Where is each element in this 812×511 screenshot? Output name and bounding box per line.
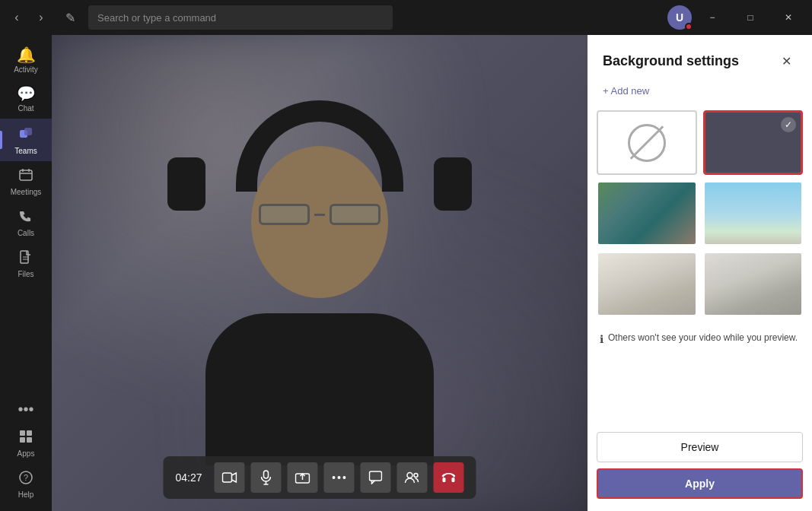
sidebar-label-help: Help: [18, 490, 34, 499]
sidebar-item-chat[interactable]: 💬 Chat: [0, 80, 52, 119]
maximize-button[interactable]: □: [733, 5, 768, 30]
help-icon: ?: [18, 470, 33, 487]
none-icon: [628, 124, 666, 162]
close-button[interactable]: ✕: [771, 5, 806, 30]
svg-rect-15: [223, 473, 232, 482]
svg-rect-16: [264, 471, 269, 478]
sidebar-label-chat: Chat: [18, 104, 33, 113]
minimize-button[interactable]: −: [695, 5, 730, 30]
call-controls: 04:27: [163, 456, 476, 499]
sidebar-label-apps: Apps: [18, 449, 35, 458]
svg-rect-11: [20, 437, 25, 443]
mic-button[interactable]: [251, 462, 282, 493]
sidebar-item-teams[interactable]: Teams: [0, 119, 52, 161]
info-icon: ℹ: [600, 332, 603, 348]
glasses: [259, 203, 381, 226]
person-figure: [160, 85, 479, 465]
svg-rect-1: [24, 128, 32, 135]
avatar[interactable]: U: [667, 5, 692, 30]
calls-icon: [18, 208, 33, 226]
sidebar-item-apps[interactable]: Apps: [0, 423, 52, 464]
files-icon: [18, 249, 33, 267]
bg-option-hallway[interactable]: [703, 252, 804, 316]
end-call-button[interactable]: [434, 462, 464, 493]
close-panel-button[interactable]: ✕: [775, 50, 797, 71]
teams-icon: [18, 125, 34, 144]
compose-button[interactable]: ✎: [58, 5, 82, 30]
add-new-label: + Add new: [603, 85, 649, 97]
nav-buttons: ‹ ›: [6, 7, 52, 28]
participants-button[interactable]: [397, 462, 428, 493]
svg-point-26: [414, 474, 418, 478]
svg-rect-28: [452, 478, 455, 482]
glass-frame-left: [259, 204, 310, 225]
svg-rect-12: [27, 437, 32, 443]
panel-footer: Preview Apply: [588, 426, 812, 511]
chat-icon: 💬: [17, 86, 36, 101]
titlebar-right: U − □ ✕: [667, 5, 806, 30]
svg-point-21: [333, 476, 336, 479]
hallway-preview: [705, 253, 802, 315]
video-background: [52, 35, 588, 511]
sidebar-item-calls[interactable]: Calls: [0, 202, 52, 243]
headphone-right: [434, 157, 472, 211]
svg-point-22: [338, 476, 341, 479]
bg-option-none[interactable]: [597, 110, 697, 175]
bg-option-office2[interactable]: [597, 252, 697, 316]
sidebar-label-teams: Teams: [14, 147, 37, 155]
add-new-button[interactable]: + Add new: [588, 81, 812, 101]
svg-rect-27: [443, 478, 446, 482]
main-content: 🔔 Activity 💬 Chat Teams: [0, 35, 812, 511]
more-icon: •••: [18, 402, 33, 417]
preview-button[interactable]: Preview: [597, 432, 803, 462]
svg-point-23: [343, 476, 346, 479]
avatar-badge: [685, 23, 693, 30]
glass-frame-right: [330, 204, 381, 225]
sidebar-item-activity[interactable]: 🔔 Activity: [0, 41, 52, 80]
sidebar-label-calls: Calls: [18, 229, 34, 237]
avatar-initials: U: [676, 11, 683, 24]
chat-button[interactable]: [361, 462, 391, 493]
titlebar: ‹ › ✎ U − □ ✕: [0, 0, 812, 35]
meetings-icon: [18, 167, 33, 185]
share-button[interactable]: [288, 462, 318, 493]
bg-panel-title: Background settings: [603, 53, 739, 69]
more-button[interactable]: [324, 462, 355, 493]
office2-preview: [598, 253, 696, 315]
sidebar-label-activity: Activity: [14, 65, 38, 74]
bg-option-dark[interactable]: ✓: [703, 110, 804, 175]
glass-bridge: [314, 214, 325, 216]
search-input[interactable]: [88, 5, 393, 30]
sidebar-label-meetings: Meetings: [11, 188, 42, 196]
selected-checkmark: ✓: [781, 117, 796, 132]
bg-option-mountain[interactable]: [703, 181, 804, 246]
svg-rect-24: [370, 471, 382, 481]
sidebar-label-files: Files: [18, 270, 33, 278]
svg-rect-2: [20, 170, 32, 180]
background-grid: ✓: [588, 110, 812, 325]
headphone-arc: [236, 100, 403, 192]
activity-icon: 🔔: [17, 47, 36, 62]
video-button[interactable]: [215, 462, 245, 493]
svg-rect-9: [20, 430, 25, 436]
mountain-preview: [705, 182, 802, 244]
info-text: Others won't see your video while you pr…: [608, 332, 798, 344]
office-preview: [598, 182, 696, 244]
svg-rect-10: [27, 430, 32, 436]
sidebar-item-more[interactable]: •••: [0, 395, 52, 423]
bg-option-office[interactable]: [597, 181, 697, 246]
call-timer: 04:27: [175, 471, 202, 484]
sidebar-item-help[interactable]: ? Help: [0, 464, 52, 505]
bg-panel: Background settings ✕ + Add new ✓: [588, 35, 812, 511]
forward-button[interactable]: ›: [30, 7, 52, 28]
sidebar-item-files[interactable]: Files: [0, 243, 52, 284]
info-row: ℹ Others won't see your video while you …: [588, 325, 812, 354]
sidebar-item-meetings[interactable]: Meetings: [0, 161, 52, 202]
back-button[interactable]: ‹: [6, 7, 27, 28]
apps-icon: [18, 429, 33, 446]
sidebar: 🔔 Activity 💬 Chat Teams: [0, 35, 52, 511]
headphone-left: [167, 157, 205, 211]
video-area: 04:27: [52, 35, 588, 511]
svg-point-25: [407, 473, 412, 478]
apply-button[interactable]: Apply: [597, 468, 803, 499]
